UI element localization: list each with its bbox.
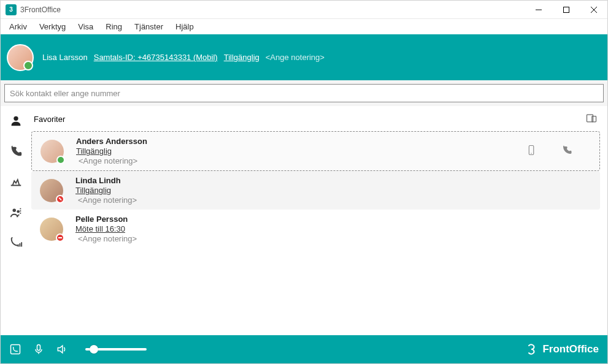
devices-icon[interactable] bbox=[585, 112, 598, 126]
maximize-button[interactable] bbox=[552, 1, 580, 19]
svg-point-5 bbox=[13, 209, 17, 213]
contact-info: Linda Lindh Tillgänglig <Ange notering> bbox=[75, 176, 591, 205]
svg-rect-8 bbox=[592, 116, 596, 122]
presence-badge-available-icon bbox=[56, 156, 65, 164]
presence-badge-dnd-icon bbox=[56, 233, 64, 242]
contact-row[interactable]: Linda Lindh Tillgänglig <Ange notering> bbox=[31, 171, 600, 210]
sidebar bbox=[1, 106, 31, 335]
volume-slider[interactable] bbox=[85, 348, 147, 351]
contact-avatar bbox=[40, 140, 64, 163]
minimize-button[interactable] bbox=[525, 1, 552, 19]
presence-badge-busy-icon bbox=[56, 195, 64, 203]
contact-status[interactable]: Tillgänglig bbox=[75, 186, 591, 195]
svg-rect-12 bbox=[37, 345, 40, 351]
contact-name: Anders Andersson bbox=[76, 137, 526, 146]
activity-icon[interactable] bbox=[9, 236, 23, 251]
footer-bar: FrontOffice bbox=[1, 335, 607, 363]
user-name: Lisa Larsson bbox=[42, 53, 88, 62]
contact-note[interactable]: <Ange notering> bbox=[75, 195, 591, 205]
section-header: Favoriter bbox=[31, 110, 600, 131]
contact-avatar bbox=[40, 179, 63, 202]
contact-name: Pelle Persson bbox=[75, 214, 591, 224]
queue-icon[interactable] bbox=[9, 205, 23, 220]
contact-status[interactable]: Tillgänglig bbox=[76, 146, 526, 156]
note-placeholder[interactable]: <Ange notering> bbox=[266, 53, 325, 62]
contact-info: Anders Andersson Tillgänglig <Ange noter… bbox=[76, 137, 526, 165]
dialpad-icon[interactable] bbox=[9, 343, 21, 355]
app-icon: 3 bbox=[6, 4, 17, 15]
title-bar: 3 3FrontOffice bbox=[1, 1, 607, 19]
menu-visa[interactable]: Visa bbox=[72, 20, 99, 33]
section-title: Favoriter bbox=[34, 115, 65, 124]
menu-verktyg[interactable]: Verktyg bbox=[33, 20, 72, 33]
presence-link[interactable]: Tillgänglig bbox=[224, 53, 260, 62]
menu-hjalp[interactable]: Hjälp bbox=[169, 20, 200, 33]
voicemail-icon[interactable] bbox=[9, 175, 23, 189]
search-input[interactable] bbox=[4, 84, 604, 102]
contacts-icon[interactable] bbox=[9, 113, 23, 128]
contact-status[interactable]: Möte till 16:30 bbox=[75, 224, 591, 233]
contact-avatar bbox=[40, 218, 63, 241]
svg-point-4 bbox=[13, 116, 18, 121]
brand-text: FrontOffice bbox=[542, 343, 599, 355]
contact-row[interactable]: Pelle Persson Möte till 16:30 <Ange note… bbox=[31, 210, 600, 248]
svg-rect-11 bbox=[11, 345, 20, 354]
speaker-icon[interactable] bbox=[56, 343, 68, 355]
header-banner: Lisa Larsson Samtals-ID: +46735143331 (M… bbox=[1, 34, 607, 80]
contact-info: Pelle Persson Möte till 16:30 <Ange note… bbox=[75, 214, 591, 243]
menu-ring[interactable]: Ring bbox=[99, 20, 128, 33]
row-actions bbox=[526, 145, 572, 157]
svg-point-6 bbox=[17, 210, 20, 213]
microphone-icon[interactable] bbox=[33, 343, 45, 355]
svg-rect-1 bbox=[563, 7, 569, 12]
window-title: 3FrontOffice bbox=[20, 6, 525, 14]
footer-controls bbox=[9, 343, 147, 355]
contact-note[interactable]: <Ange notering> bbox=[76, 156, 526, 165]
svg-point-10 bbox=[531, 153, 532, 154]
search-bar bbox=[1, 80, 607, 106]
mobile-icon[interactable] bbox=[526, 145, 537, 157]
menu-tjanster[interactable]: Tjänster bbox=[128, 20, 169, 33]
user-avatar[interactable] bbox=[7, 44, 34, 71]
brand: FrontOffice bbox=[524, 342, 599, 357]
window-controls bbox=[525, 1, 607, 19]
calls-icon[interactable] bbox=[9, 144, 23, 159]
contact-row[interactable]: Anders Andersson Tillgänglig <Ange noter… bbox=[31, 131, 600, 171]
caller-id-link[interactable]: Samtals-ID: +46735143331 (Mobil) bbox=[94, 53, 218, 62]
main-area: Favoriter Anders Andersson Tillgänglig <… bbox=[1, 106, 607, 335]
contact-name: Linda Lindh bbox=[75, 176, 591, 185]
slider-thumb[interactable] bbox=[90, 345, 98, 354]
content-area: Favoriter Anders Andersson Tillgänglig <… bbox=[31, 106, 607, 335]
header-info: Lisa Larsson Samtals-ID: +46735143331 (M… bbox=[42, 53, 325, 62]
menu-arkiv[interactable]: Arkiv bbox=[3, 20, 33, 33]
close-button[interactable] bbox=[580, 1, 607, 19]
menu-bar: Arkiv Verktyg Visa Ring Tjänster Hjälp bbox=[1, 19, 607, 34]
call-icon[interactable] bbox=[561, 145, 572, 157]
contact-note[interactable]: <Ange notering> bbox=[75, 234, 591, 243]
brand-logo-icon bbox=[524, 342, 539, 357]
